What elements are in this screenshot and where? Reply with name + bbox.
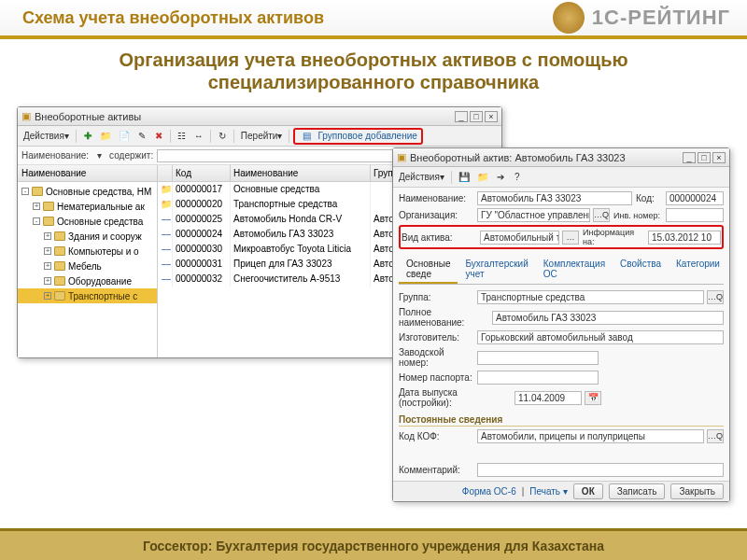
label-inv: Инв. номер:: [613, 211, 662, 220]
label-info: Информация на:: [583, 228, 644, 246]
tree-node[interactable]: +Нематериальные ак: [18, 199, 157, 214]
input-org[interactable]: ГУ "Областное управление по ликвидации Ч…: [477, 208, 590, 222]
actions-menu[interactable]: Действия ▾: [396, 170, 447, 185]
mark-delete-button[interactable]: ✖: [151, 129, 166, 144]
hierarchy-toggle[interactable]: ☷: [175, 129, 190, 144]
input-info[interactable]: 15.03.2012 10: [648, 231, 721, 245]
add-folder-button[interactable]: 📁: [97, 129, 114, 144]
edit-button[interactable]: ✎: [134, 129, 149, 144]
label-group: Группа:: [399, 292, 473, 302]
maximize-icon[interactable]: □: [698, 152, 711, 163]
ok-button[interactable]: ОК: [573, 483, 603, 499]
label-kof: Код КОФ:: [399, 431, 473, 441]
goto-menu[interactable]: Перейти ▾: [238, 129, 286, 144]
window-title: Внеоборотные активы: [35, 111, 141, 122]
label-name: Наименование:: [399, 193, 473, 203]
page-title: Организация учета внеоборотных активов с…: [0, 39, 747, 97]
folder-button[interactable]: 📁: [474, 170, 491, 185]
label-issue: Дата выпуска (постройки):: [399, 387, 511, 408]
footer-text: Госсектор: Бухгалтерия государственного …: [0, 528, 747, 560]
goto-button[interactable]: ➔: [493, 170, 508, 185]
tree-node[interactable]: +Оборудование: [18, 273, 157, 288]
section-subtitle: Схема учета внеоборотных активов: [0, 8, 553, 28]
form-os6-link[interactable]: Форма ОС-6: [462, 486, 516, 497]
label-org: Организация:: [399, 210, 473, 220]
add-copy-button[interactable]: 📄: [116, 129, 133, 144]
select-group-button[interactable]: …Q: [707, 290, 724, 304]
input-fullname[interactable]: Автомобиль ГАЗ 33023: [492, 311, 724, 325]
select-kind-button[interactable]: …: [562, 231, 579, 245]
label-maker: Изготовитель:: [399, 332, 473, 343]
window-icon: ▣: [21, 110, 35, 122]
input-serial[interactable]: [477, 351, 599, 365]
tab-accounting[interactable]: Бухгалтерский учет: [458, 256, 535, 284]
filter-contains-label: содержит:: [109, 150, 153, 161]
input-code[interactable]: 000000024: [666, 191, 724, 205]
input-maker[interactable]: Горьковский автомобильный завод: [477, 330, 724, 344]
maximize-icon[interactable]: □: [470, 111, 483, 122]
help-button[interactable]: ?: [510, 170, 525, 185]
save-button[interactable]: 💾: [456, 170, 472, 185]
input-inv[interactable]: [666, 208, 724, 222]
input-name[interactable]: Автомобиль ГАЗ 33023: [477, 191, 632, 205]
window-title: Внеоборотный актив: Автомобиль ГАЗ 33023: [410, 152, 626, 163]
input-issue[interactable]: 11.04.2009: [514, 391, 582, 405]
tree-node[interactable]: +Компьютеры и о: [18, 244, 157, 259]
tab-main[interactable]: Основные сведе: [399, 256, 458, 284]
actions-menu[interactable]: Действия ▾: [21, 129, 72, 144]
refresh-button[interactable]: ↻: [215, 129, 230, 144]
save-button[interactable]: Записать: [609, 483, 666, 499]
group-add-label[interactable]: Групповое добавление: [317, 131, 416, 141]
group-add-icon[interactable]: ▤: [299, 129, 314, 144]
tab-complect[interactable]: Комплектация ОС: [536, 256, 613, 284]
label-code: Код:: [636, 193, 662, 203]
group-add-highlight: ▤ Групповое добавление: [293, 128, 422, 145]
col-name[interactable]: Наименование: [231, 165, 371, 182]
label-passport: Номер паспорта:: [399, 372, 473, 383]
tree-node[interactable]: +Мебель: [18, 259, 157, 273]
input-comment[interactable]: [477, 463, 724, 477]
section-permanent: Постоянные сведения: [399, 414, 724, 427]
tree-node[interactable]: +Транспортные с: [18, 288, 157, 303]
close-icon[interactable]: ×: [712, 152, 726, 163]
close-icon[interactable]: ×: [485, 111, 498, 122]
label-serial: Заводской номер:: [399, 347, 473, 368]
label-fullname: Полное наименование:: [399, 307, 488, 328]
col-code[interactable]: Код: [173, 165, 231, 182]
print-menu[interactable]: Печать ▾: [529, 486, 568, 497]
input-kof[interactable]: Автомобили, прицепы и полуприцепы: [477, 429, 704, 443]
tree-header: Наименование: [18, 165, 157, 182]
tab-props[interactable]: Свойства: [613, 256, 669, 284]
select-org-button[interactable]: …Q: [593, 208, 610, 222]
date-picker-button[interactable]: 📅: [585, 391, 601, 405]
label-kind: Вид актива:: [402, 232, 476, 243]
company-logo-icon: [553, 2, 585, 34]
tree-node[interactable]: -Основные средства: [18, 214, 157, 229]
add-button[interactable]: ✚: [80, 129, 95, 144]
move-button[interactable]: ↔: [191, 129, 206, 144]
window-icon: ▣: [397, 151, 410, 163]
tree-node[interactable]: +Здания и сооруж: [18, 229, 157, 244]
input-group[interactable]: Транспортные средства: [477, 290, 704, 304]
filter-name-label: Наименование:: [21, 150, 89, 161]
close-button[interactable]: Закрыть: [670, 483, 724, 499]
tab-cats[interactable]: Категории: [669, 256, 727, 284]
tree-node[interactable]: -Основные средства, НМ: [18, 184, 157, 199]
input-kind[interactable]: Автомобильный транспорт: [480, 231, 559, 245]
brand-name: 1С-РЕЙТИНГ: [592, 6, 730, 30]
input-passport[interactable]: [477, 371, 599, 385]
select-kof-button[interactable]: …Q: [707, 429, 724, 443]
label-comment: Комментарий:: [399, 465, 473, 475]
minimize-icon[interactable]: _: [683, 152, 696, 163]
minimize-icon[interactable]: _: [455, 111, 468, 122]
